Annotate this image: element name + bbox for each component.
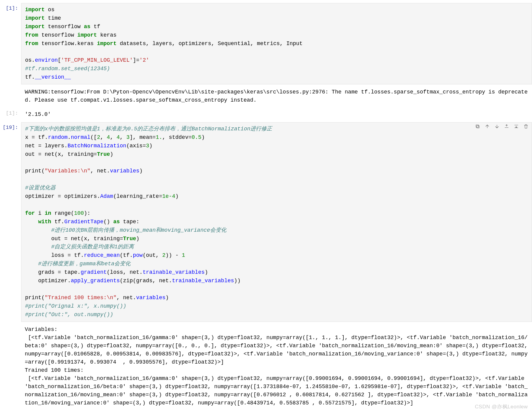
output-prompt: [1]: <box>0 108 21 116</box>
output-prompt <box>0 86 21 88</box>
output-text: '2.15.0' <box>21 108 532 121</box>
duplicate-icon[interactable] <box>475 123 481 129</box>
output-cell: Variables: [<tf.Variable 'batch_normaliz… <box>0 323 532 410</box>
output-cell: WARNING:tensorflow:From D:\Pyton-Opencv\… <box>0 86 532 107</box>
code-editor[interactable]: #下面的x中的数据按照均值是1，标准差为0.5的正态分布排布，通过BatchNo… <box>21 122 532 322</box>
input-prompt: [1]: <box>0 3 21 11</box>
arrow-up-icon[interactable] <box>484 123 490 129</box>
svg-rect-1 <box>476 125 478 127</box>
input-prompt: [ ]: <box>0 411 21 412</box>
code-cell: [1]: import os import time import tensor… <box>0 3 532 84</box>
watermark: CSDN @亦枫Leonlew <box>475 403 528 410</box>
arrow-down-icon[interactable] <box>494 123 500 129</box>
trash-icon[interactable] <box>523 123 529 129</box>
output-text: WARNING:tensorflow:From D:\Pyton-Opencv\… <box>21 86 532 107</box>
input-prompt: [19]: <box>0 122 21 130</box>
output-cell: [1]: '2.15.0' <box>0 108 532 121</box>
cell-toolbar <box>475 123 529 129</box>
insert-below-icon[interactable] <box>513 123 519 129</box>
svg-rect-0 <box>477 126 479 128</box>
run-above-icon[interactable] <box>504 123 510 129</box>
code-cell: [19]: <box>0 122 532 322</box>
notebook: [1]: import os import time import tensor… <box>0 0 532 412</box>
output-text: Variables: [<tf.Variable 'batch_normaliz… <box>21 323 532 410</box>
code-cell: [ ]: <box>0 411 532 412</box>
code-editor[interactable]: import os import time import tensorflow … <box>21 3 532 84</box>
output-prompt <box>0 323 21 325</box>
